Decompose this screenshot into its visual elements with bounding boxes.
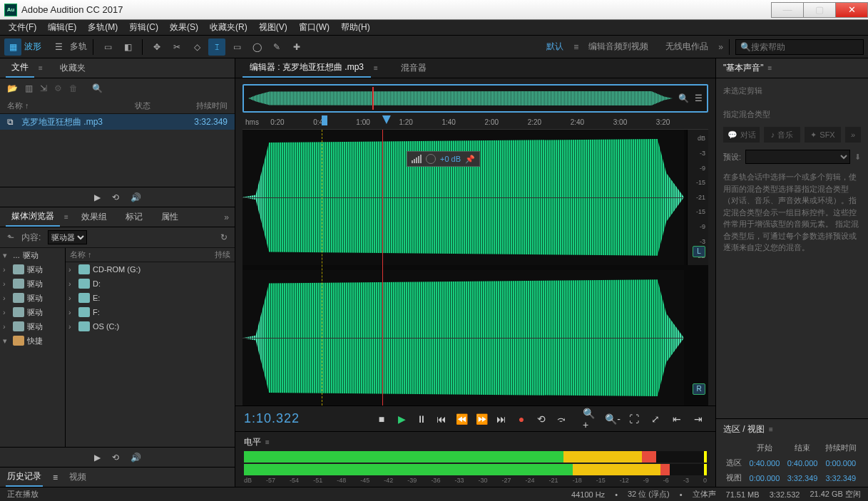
tab-history[interactable]: 历史记录 [6, 468, 43, 487]
level-meter-right[interactable] [244, 464, 707, 475]
panel-menu-icon[interactable]: ≡ [768, 64, 772, 72]
panel-menu-icon[interactable]: ≡ [265, 438, 270, 446]
workspace-radio[interactable]: 无线电作品 [658, 41, 715, 53]
delete-icon[interactable]: 🗑 [69, 83, 78, 93]
tab-favorites[interactable]: 收藏夹 [54, 59, 91, 77]
help-search[interactable]: 🔍 [735, 39, 864, 55]
waveform-view-button[interactable]: ▦ [4, 38, 21, 56]
in-point-marker[interactable] [322, 115, 327, 125]
help-search-input[interactable] [751, 42, 851, 52]
lasso-tool-button[interactable]: ◯ [248, 38, 265, 56]
record-button[interactable]: ● [513, 410, 530, 428]
panel-menu-icon[interactable]: ≡ [64, 213, 68, 221]
overview-playhead[interactable] [372, 87, 374, 110]
settings-icon[interactable]: ⚙ [54, 83, 62, 93]
channel-badge-left[interactable]: L [693, 246, 705, 257]
preset-dropdown[interactable] [745, 150, 850, 164]
overview-options-icon[interactable]: ☰ [695, 93, 703, 103]
autoplay-icon[interactable]: 🔊 [131, 192, 141, 202]
apply-preset-icon[interactable]: ⬇ [854, 153, 861, 162]
tab-properties[interactable]: 属性 [155, 208, 184, 226]
menu-item[interactable]: 窗口(W) [293, 20, 335, 35]
channel-badge-right[interactable]: R [693, 383, 705, 395]
amplitude-hud[interactable]: +0 dB 📌 [407, 151, 480, 167]
go-to-end-button[interactable]: ⏭ [493, 410, 510, 428]
slip-tool-button[interactable]: ◇ [188, 38, 205, 56]
filter-search-icon[interactable]: 🔍 [92, 83, 103, 93]
rewind-button[interactable]: ⏪ [453, 410, 470, 428]
play-preview-icon[interactable]: ▶ [94, 192, 101, 202]
heal-tool-button[interactable]: ✚ [288, 38, 305, 56]
refresh-icon[interactable]: ↻ [220, 232, 228, 242]
tab-mixer[interactable]: 混音器 [394, 59, 434, 77]
drives-header[interactable]: ▾…驱动 [0, 248, 65, 262]
hud-knob-icon[interactable] [426, 154, 436, 164]
menu-item[interactable]: 剪辑(C) [123, 20, 164, 35]
menu-item[interactable]: 多轨(M) [82, 20, 123, 35]
tab-effects-rack[interactable]: 效果组 [76, 208, 113, 226]
loop-button[interactable]: ⟲ [533, 410, 550, 428]
zoom-out-point-icon[interactable]: ⇥ [690, 410, 707, 428]
overflow-icon[interactable]: » [224, 212, 229, 222]
workspace-default[interactable]: 默认 [539, 41, 571, 53]
panel-menu-icon[interactable]: ≡ [39, 64, 43, 72]
open-file-icon[interactable]: 📂 [7, 83, 18, 93]
view-start[interactable]: 0:00.000 [746, 471, 782, 485]
view-end[interactable]: 3:32.349 [784, 471, 820, 485]
tab-files[interactable]: 文件 [6, 58, 34, 78]
drive-item[interactable]: ›OS (C:) [66, 319, 235, 334]
drive-shortcut[interactable]: ›驱动 [0, 277, 65, 291]
col-duration[interactable]: 持续时间 [178, 100, 228, 111]
razor-tool-button[interactable]: ✂ [168, 38, 185, 56]
stop-button[interactable]: ■ [373, 410, 390, 428]
zoom-sel-icon[interactable]: ⤢ [647, 410, 664, 428]
spectral-toggle-button[interactable]: ◧ [119, 38, 136, 56]
tab-editor[interactable]: 编辑器 : 克罗地亚狂想曲 .mp3 [242, 58, 371, 78]
drive-shortcut[interactable]: ›驱动 [0, 305, 65, 319]
col-status[interactable]: 状态 [135, 100, 178, 111]
drive-shortcut[interactable]: ›驱动 [0, 262, 65, 277]
sel-start[interactable]: 0:40.000 [746, 456, 782, 470]
zoom-in-icon[interactable]: 🔍+ [583, 410, 600, 428]
up-folder-icon[interactable]: ⬑ [7, 232, 14, 242]
drive-item[interactable]: ›D: [66, 277, 235, 291]
channel-right[interactable] [242, 270, 684, 406]
panel-menu-icon[interactable]: ≡ [769, 425, 773, 433]
current-time-display[interactable]: 1:10.322 [244, 411, 300, 426]
sel-dur[interactable]: 0:00.000 [822, 456, 859, 470]
tab-markers[interactable]: 标记 [120, 208, 148, 226]
play-button[interactable]: ▶ [393, 410, 410, 428]
loop-preview-icon[interactable]: ⟲ [112, 453, 119, 463]
tag-music[interactable]: ♪音乐 [764, 127, 800, 143]
tag-ambience[interactable]: » [845, 127, 861, 143]
window-minimize-button[interactable]: — [771, 2, 804, 18]
playhead-marker[interactable] [382, 115, 391, 124]
window-maximize-button[interactable]: ▢ [803, 2, 836, 18]
drive-shortcut[interactable]: ›驱动 [0, 291, 65, 305]
zoom-in-point-icon[interactable]: ⇤ [668, 410, 685, 428]
brush-tool-button[interactable]: ✎ [268, 38, 285, 56]
content-dropdown[interactable]: 驱动器 [48, 230, 87, 244]
view-dur[interactable]: 3:32.349 [822, 471, 859, 485]
pin-icon[interactable]: 📌 [465, 155, 475, 164]
panel-menu-icon[interactable]: ≡ [53, 472, 58, 482]
hud-toggle-button[interactable]: ▭ [99, 38, 116, 56]
in-point-line[interactable] [322, 130, 322, 406]
marquee-tool-button[interactable]: ▭ [228, 38, 245, 56]
menu-item[interactable]: 文件(F) [3, 20, 42, 35]
tag-sfx[interactable]: ✦SFX [805, 127, 841, 143]
level-meter-left[interactable] [244, 451, 707, 463]
play-preview-icon[interactable]: ▶ [94, 453, 101, 463]
tag-dialogue[interactable]: 💬对话 [723, 127, 760, 143]
multitrack-view-button[interactable]: ☰ [50, 38, 67, 56]
file-row[interactable]: ⧉ 克罗地亚狂想曲 .mp3 3:32.349 [0, 114, 235, 130]
drive-item[interactable]: ›CD-ROM (G:) [66, 262, 235, 277]
waveform-overview[interactable]: 🔍 ☰ [242, 84, 708, 113]
skip-selection-button[interactable]: ⤼ [553, 410, 570, 428]
loop-preview-icon[interactable]: ⟲ [112, 192, 119, 202]
pause-button[interactable]: ⏸ [413, 410, 430, 428]
drive-shortcut[interactable]: ›驱动 [0, 319, 65, 334]
new-file-icon[interactable]: ▥ [25, 83, 33, 93]
zoom-full-icon[interactable]: ⛶ [626, 410, 643, 428]
menu-item[interactable]: 效果(S) [164, 20, 204, 35]
